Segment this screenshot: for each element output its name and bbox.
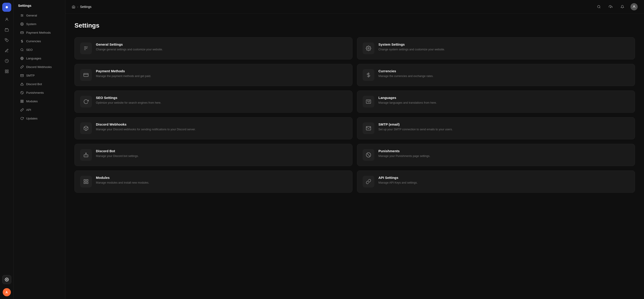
card-punishments-text: Punishments Manage your Punishments page… (378, 149, 430, 158)
sidebar-punishments-label: Punishments (26, 91, 44, 94)
search-topbar-button[interactable] (595, 3, 602, 11)
card-api-desc: Manage API Keys and settings. (378, 181, 418, 185)
card-seo-text: SEO Settings Optimize your website for s… (96, 96, 161, 105)
card-smtp-icon (362, 122, 374, 134)
sidebar-item-discord-webhooks[interactable]: Discord Webhooks (15, 63, 64, 71)
sidebar-title: Settings (14, 4, 65, 11)
svg-point-49 (86, 153, 86, 154)
card-system-title: System Settings (378, 43, 445, 46)
card-discord-bot-title: Discord Bot (96, 149, 139, 153)
card-currencies-text: Currencies Manage the currencies and exc… (378, 69, 434, 78)
svg-rect-32 (20, 101, 22, 102)
svg-point-24 (22, 83, 22, 83)
card-seo-settings[interactable]: SEO Settings Optimize your website for s… (74, 91, 352, 113)
sidebar-item-discord-bot[interactable]: Discord Bot (15, 80, 64, 88)
card-system-text: System Settings Change system settings a… (378, 43, 445, 52)
sidebar-item-currencies[interactable]: Currencies (15, 37, 64, 45)
card-languages-title: Languages (378, 96, 437, 100)
grid-rail-icon[interactable] (2, 67, 11, 76)
svg-line-53 (367, 153, 370, 156)
card-punishments-desc: Manage your Punishments page settings. (378, 154, 430, 158)
card-payment-desc: Manage the payment methods and get paid. (96, 74, 151, 78)
report-rail-icon[interactable] (2, 57, 11, 66)
card-smtp[interactable]: SMTP (email) Set up your SMTP connection… (357, 117, 635, 139)
sidebar-item-payment-methods[interactable]: Payment Methods (15, 29, 64, 37)
card-currencies[interactable]: Currencies Manage the currencies and exc… (357, 64, 635, 86)
card-seo-icon (80, 96, 92, 108)
svg-rect-6 (5, 70, 6, 71)
breadcrumb-home[interactable] (72, 5, 75, 9)
pencil-rail-icon[interactable] (2, 46, 11, 55)
topbar-user-avatar[interactable] (630, 3, 638, 11)
svg-rect-54 (84, 180, 86, 181)
sidebar-item-updates[interactable]: Updates (15, 114, 64, 122)
card-seo-desc: Optimize your website for search engines… (96, 101, 161, 105)
card-seo-title: SEO Settings (96, 96, 161, 100)
svg-rect-29 (20, 100, 22, 101)
sidebar-item-smtp[interactable]: SMTP (15, 71, 64, 80)
sidebar-languages-label: Languages (26, 57, 41, 60)
api-icon (20, 108, 24, 112)
card-discord-bot-text: Discord Bot Manage your Discord bot sett… (96, 149, 139, 158)
sidebar-item-api[interactable]: API (15, 106, 64, 114)
brand-logo[interactable] (2, 3, 11, 12)
card-languages-text: Languages Manage languages and translati… (378, 96, 437, 105)
payment-icon (20, 31, 24, 35)
card-api-settings[interactable]: API Settings Manage API Keys and setting… (357, 170, 635, 193)
svg-rect-31 (22, 101, 23, 102)
sidebar-item-languages[interactable]: Languages (15, 54, 64, 62)
svg-line-34 (600, 8, 600, 8)
bottom-avatar[interactable]: A (3, 288, 11, 296)
card-payment-title: Payment Methods (96, 69, 151, 73)
card-currencies-icon (362, 69, 374, 81)
cart-rail-icon[interactable] (2, 25, 11, 34)
user-rail-icon[interactable] (2, 15, 11, 24)
topbar-actions (595, 3, 638, 11)
updates-icon (20, 116, 24, 120)
card-discord-webhooks-text: Discord Webhooks Manage your Discord web… (96, 122, 196, 132)
card-modules[interactable]: Modules Manage modules and install new m… (74, 170, 352, 193)
sidebar-discord-webhooks-label: Discord Webhooks (26, 65, 52, 69)
sidebar-seo-label: SEO (26, 48, 33, 52)
settings-rail-icon[interactable] (2, 275, 11, 284)
sidebar-item-general[interactable]: General (15, 11, 64, 20)
svg-line-20 (22, 50, 23, 51)
card-discord-webhooks[interactable]: Discord Webhooks Manage your Discord web… (74, 117, 352, 139)
card-general-text: General Settings Change general settings… (96, 43, 163, 52)
smtp-icon (20, 73, 24, 78)
card-smtp-desc: Set up your SMTP connection to send emai… (378, 127, 453, 132)
card-discord-webhooks-title: Discord Webhooks (96, 122, 196, 126)
tag-rail-icon[interactable] (2, 36, 11, 45)
sidebar-item-seo[interactable]: SEO (15, 46, 64, 54)
card-punishments-icon (362, 149, 374, 161)
notifications-topbar-button[interactable] (619, 3, 626, 11)
sidebar-item-modules[interactable]: Modules (15, 97, 64, 105)
modules-icon (20, 99, 24, 103)
card-modules-text: Modules Manage modules and install new m… (96, 176, 149, 185)
breadcrumb: › Settings (72, 5, 92, 9)
card-smtp-title: SMTP (email) (378, 122, 453, 126)
card-punishments[interactable]: Punishments Manage your Punishments page… (357, 144, 635, 166)
page-title: Settings (74, 22, 635, 29)
breadcrumb-current: Settings (80, 5, 92, 9)
upload-topbar-button[interactable] (607, 3, 614, 11)
discord-bot-icon (20, 82, 24, 86)
card-languages-desc: Manage languages and translations from h… (378, 101, 437, 105)
card-discord-bot[interactable]: Discord Bot Manage your Discord bot sett… (74, 144, 352, 166)
card-general-settings[interactable]: General Settings Change general settings… (74, 37, 352, 59)
card-system-settings[interactable]: System Settings Change system settings a… (357, 37, 635, 59)
svg-rect-30 (22, 100, 23, 101)
svg-rect-56 (86, 182, 88, 184)
card-languages[interactable]: Languages Manage languages and translati… (357, 91, 635, 113)
sidebar-item-system[interactable]: System (15, 20, 64, 28)
svg-rect-8 (7, 72, 8, 73)
general-icon (20, 13, 24, 17)
svg-point-10 (6, 279, 7, 280)
svg-rect-57 (84, 182, 86, 184)
card-discord-bot-desc: Manage your Discord bot settings. (96, 154, 139, 158)
card-general-title: General Settings (96, 43, 163, 46)
sidebar-api-label: API (26, 108, 31, 112)
card-payment-methods[interactable]: Payment Methods Manage the payment metho… (74, 64, 352, 86)
card-api-title: API Settings (378, 176, 418, 180)
sidebar-item-punishments[interactable]: Punishments (15, 89, 64, 97)
